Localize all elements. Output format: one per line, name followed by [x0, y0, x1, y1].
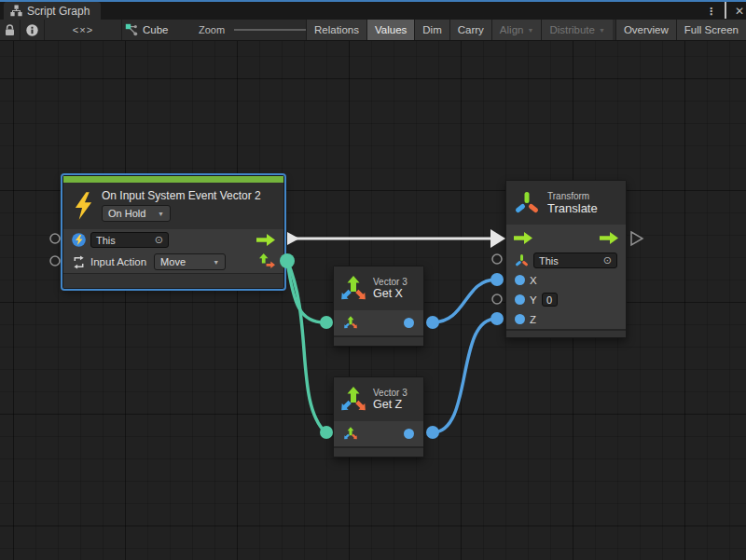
x-value-wire	[433, 280, 496, 322]
y-value-field[interactable]: 0	[542, 293, 558, 307]
full-screen-button[interactable]: Full Screen	[676, 20, 746, 40]
gameobject-event-icon	[72, 233, 86, 247]
node-transform-translate[interactable]: Transform Translate	[505, 180, 627, 338]
chevron-down-icon: ▼	[158, 211, 164, 217]
relations-button[interactable]: Relations	[306, 20, 366, 40]
transform-icon	[514, 190, 540, 216]
window-menu-button[interactable]: ⋮	[706, 3, 716, 20]
translate-control-out-unconnected-port[interactable]	[631, 232, 642, 245]
tab-title: Script Graph	[27, 5, 90, 18]
vector3-input-port-icon[interactable]	[343, 316, 358, 331]
translate-target-field[interactable]: This ⊙	[533, 253, 617, 268]
graph-canvas[interactable]: On Input System Event Vector 2 On Hold ▼…	[0, 41, 746, 560]
object-picker-icon[interactable]: ⊙	[603, 255, 612, 266]
translate-this-unconnected-port[interactable]	[492, 254, 502, 264]
graph-icon	[125, 23, 138, 36]
z-port-label: Z	[530, 314, 536, 325]
maximize-button[interactable]	[725, 3, 726, 20]
graph-toolbar: <×> Cube Zoom 1x Relat	[0, 20, 746, 41]
getx-input-endpoint[interactable]	[320, 316, 333, 329]
node-vector3-get-z[interactable]: Vector 3 Get Z	[333, 376, 424, 458]
translate-y-unconnected-port[interactable]	[492, 294, 502, 304]
code-preview-button[interactable]: <×>	[45, 20, 121, 40]
getz-type-label: Vector 3	[373, 388, 408, 398]
control-wire-start-arrow	[287, 232, 299, 245]
overview-button[interactable]: Overview	[615, 20, 676, 40]
getx-node-header: Vector 3 Get X	[334, 266, 423, 310]
vector2-output-port-icon[interactable]	[259, 253, 275, 270]
tab-script-graph[interactable]: Script Graph	[4, 2, 101, 20]
getz-node-header: Vector 3 Get Z	[334, 377, 423, 421]
getx-node-body	[334, 310, 423, 335]
script-graph-window: Script Graph ⋮ ✕	[0, 0, 746, 560]
code-icon: <×>	[73, 24, 93, 35]
translate-x-endpoint[interactable]	[490, 273, 504, 286]
align-button[interactable]: Align▼	[491, 20, 542, 40]
x-input-port[interactable]	[515, 275, 525, 285]
control-output-arrow-icon[interactable]	[600, 232, 618, 244]
z-input-port[interactable]	[515, 314, 525, 324]
y-port-label: Y	[530, 294, 537, 306]
chevron-down-icon: ▼	[527, 27, 533, 34]
lightning-icon	[73, 192, 94, 229]
y-input-port[interactable]	[515, 294, 525, 305]
event-mode-dropdown[interactable]: On Hold ▼	[102, 205, 171, 222]
lock-icon	[5, 24, 15, 36]
values-button[interactable]: Values	[366, 20, 414, 40]
vector2-wire-to-getz	[287, 261, 325, 432]
event-this-unconnected-port[interactable]	[50, 234, 60, 243]
control-input-arrow-icon[interactable]	[514, 232, 532, 244]
z-value-wire	[433, 319, 496, 432]
x-output-port[interactable]	[404, 318, 414, 328]
event-target-field[interactable]: This ⊙	[90, 232, 169, 248]
info-icon	[26, 24, 38, 36]
node-on-input-system-event[interactable]: On Input System Event Vector 2 On Hold ▼…	[62, 175, 284, 289]
event-target-row: This ⊙	[63, 229, 283, 251]
toolbar-button-group: Relations Values Dim Carry Align▼ Distri…	[306, 20, 746, 40]
getz-input-endpoint[interactable]	[320, 426, 333, 439]
translate-z-row: Z	[506, 309, 626, 329]
graph-breadcrumb[interactable]: Cube	[125, 20, 169, 40]
input-action-dropdown[interactable]: Move ▼	[154, 253, 226, 270]
x-port-label: X	[530, 275, 537, 286]
graph-name: Cube	[143, 24, 169, 35]
distribute-button[interactable]: Distribute▼	[541, 20, 613, 40]
event-action-row: Input Action Move ▼	[63, 251, 283, 273]
translate-z-endpoint[interactable]	[490, 312, 504, 325]
vector3-icon	[339, 386, 367, 414]
hierarchy-icon	[10, 5, 22, 17]
node-vector3-get-x[interactable]: Vector 3 Get X	[333, 266, 424, 347]
event-node-footer	[63, 273, 283, 288]
translate-y-row: Y 0	[506, 290, 626, 309]
lock-button[interactable]	[0, 20, 20, 40]
getz-output-endpoint[interactable]	[426, 426, 439, 439]
tab-bar: Script Graph ⋮ ✕	[0, 2, 746, 20]
getx-node-title: Get X	[373, 287, 408, 300]
transform-small-icon	[515, 253, 529, 267]
translate-type-label: Transform	[547, 191, 598, 201]
info-button[interactable]	[21, 20, 44, 40]
control-wire-end-arrow	[490, 229, 505, 248]
control-output-arrow-icon[interactable]	[256, 234, 275, 246]
dim-button[interactable]: Dim	[414, 20, 449, 40]
maximize-icon	[725, 2, 726, 19]
z-output-port[interactable]	[404, 429, 414, 439]
getz-node-body	[334, 421, 423, 446]
vector3-icon	[339, 275, 367, 303]
window-controls: ⋮ ✕	[706, 3, 744, 20]
translate-node-footer	[506, 329, 626, 337]
carry-button[interactable]: Carry	[449, 20, 491, 40]
chevron-down-icon: ▼	[599, 27, 605, 34]
getx-type-label: Vector 3	[373, 277, 408, 287]
translate-control-row	[506, 225, 626, 251]
close-button[interactable]: ✕	[735, 3, 744, 20]
object-picker-icon[interactable]: ⊙	[155, 235, 163, 245]
translate-node-title: Translate	[547, 201, 598, 215]
chevron-down-icon: ▼	[213, 259, 219, 266]
zoom-label: Zoom	[199, 24, 225, 35]
getz-node-footer	[334, 446, 423, 457]
getx-output-endpoint[interactable]	[426, 316, 439, 329]
getz-node-title: Get Z	[373, 398, 408, 411]
vector3-input-port-icon[interactable]	[343, 427, 358, 442]
event-action-unconnected-port[interactable]	[50, 256, 60, 266]
